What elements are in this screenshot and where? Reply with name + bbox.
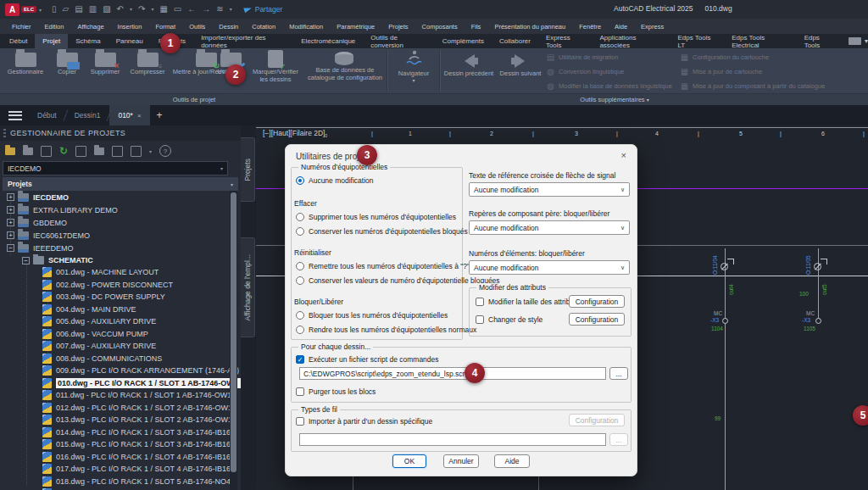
autocad-logo-icon[interactable]: A [5, 3, 19, 16]
menu-insertion[interactable]: Insertion [111, 23, 149, 31]
cancel-button[interactable]: Annuler [443, 454, 479, 468]
publish-icon[interactable] [131, 146, 142, 157]
migration-utility-item[interactable]: ▤ Utilitaire de migration [546, 50, 672, 64]
checkbox-import-drawing[interactable]: Importer à partir d'un dessin spécifique [296, 417, 432, 426]
navigator-button[interactable]: Navigateur ▾ [390, 49, 437, 85]
file-tab-debut[interactable]: Début [29, 105, 65, 125]
ribbon-tab-panneau[interactable]: Panneau [108, 34, 151, 48]
redo-caret-icon[interactable]: ▾ [151, 7, 153, 12]
tree-file-011[interactable]: 011.dwg - PLC I/O RACK 1 / SLOT 1 AB-174… [0, 389, 241, 402]
zip-project-button[interactable]: ≡ Compresser [125, 49, 170, 76]
menu-projets[interactable]: Projets [381, 23, 415, 31]
radio-reset-all[interactable]: Remettre tous les numéros d'équipotentie… [296, 262, 470, 270]
ribbon-tab-edps-electrical[interactable]: Edps Tools Electrical [724, 34, 796, 48]
checkbox-purge-blocks[interactable]: Purger tous les blocs [296, 387, 376, 396]
expand-icon[interactable]: + [7, 231, 14, 239]
new-tab-button[interactable]: + [150, 109, 170, 121]
file-tab-dessin1[interactable]: Dessin1 [66, 105, 109, 125]
ribbon-tab-edps[interactable]: Edps Tools [797, 34, 843, 48]
radio-keep-locked[interactable]: Conserver les numéros d'équipotentielles… [296, 227, 468, 236]
panel-title-bar[interactable]: GESTIONNAIRE DE PROJETS [0, 125, 241, 141]
tree-project-iec60617demo[interactable]: + IEC60617DEMO [0, 229, 241, 242]
tree-file-013[interactable]: 013.dwg - PLC I/O RACK 1 / SLOT 2 AB-174… [0, 414, 241, 426]
marine-icon[interactable]: ≋ [216, 5, 223, 14]
tree-project-iecdemo[interactable]: + IECDEMO [0, 191, 241, 203]
open-file-icon[interactable]: ▱ [63, 5, 70, 14]
project-image-icon[interactable] [41, 146, 52, 157]
checkbox-run-script[interactable]: ✓ Exécuter un fichier script de commande… [296, 355, 439, 364]
help-button[interactable]: Aide [494, 454, 530, 468]
tree-file-017[interactable]: 017.dwg - PLC I/O RACK 1 / SLOT 4 AB-174… [0, 463, 241, 476]
scrollbar-thumb[interactable] [231, 192, 236, 472]
language-database-item[interactable]: ◍ Modifier la base de données linguistiq… [546, 79, 672, 93]
project-manager-button[interactable]: Gestionnaire [2, 49, 49, 76]
expand-icon[interactable]: + [7, 206, 14, 214]
new-project-icon[interactable] [23, 148, 33, 155]
ribbon-tab-debut[interactable]: Début [2, 34, 35, 48]
radio-keep-values[interactable]: Conserver les valeurs de numéro d'équipo… [296, 276, 500, 285]
tree-file-010-selected[interactable]: 010.dwg - PLC I/O RACK 1 / SLOT 1 AB-174… [0, 377, 241, 390]
checkbox-change-style[interactable]: Changer de style [476, 315, 542, 324]
menu-aide[interactable]: Aide [608, 23, 634, 31]
tree-file-016[interactable]: 016.dwg - PLC I/O RACK 1 / SLOT 4 AB-174… [0, 451, 241, 464]
publish-caret-icon[interactable]: ▾ [149, 148, 152, 154]
menu-format[interactable]: Format [148, 23, 182, 31]
tree-file-004[interactable]: 004.dwg - MAIN DRIVE [0, 303, 241, 316]
ribbon-extra-icon[interactable] [849, 37, 861, 45]
save-icon[interactable]: ▤ [75, 5, 82, 14]
tree-file-001[interactable]: 001.dwg - MACHINE LAYOUT [0, 266, 241, 279]
ribbon-tab-express-tools[interactable]: Express Tools [538, 34, 592, 48]
ribbon-tab-applications[interactable]: Applications associées [592, 34, 670, 48]
back-icon[interactable]: ← [187, 5, 196, 14]
ribbon-tab-edps-lt[interactable]: Edps Tools LT [670, 34, 724, 48]
active-project-combo[interactable]: IECDEMO ▾ [3, 161, 228, 175]
panel-grip-icon[interactable] [3, 129, 6, 137]
file-tab-010-active[interactable]: 010* × [109, 105, 149, 125]
menu-fichier[interactable]: Fichier [5, 23, 38, 31]
palette-tab-affichage[interactable]: Affichage de l'empl... [241, 237, 255, 337]
redo-icon[interactable]: ↷ [138, 5, 145, 14]
project-folder-icon[interactable] [94, 148, 104, 155]
copy-settings-icon[interactable] [112, 146, 123, 157]
item-numbers-select[interactable]: Aucune modification ∨ [469, 260, 630, 275]
script-path-input[interactable]: C:\EDWGPROS\script\edps_zoom_etendu_lsp.… [299, 367, 606, 380]
mark-verify-button[interactable]: ✓ Marquer/Vérifier les dessins [249, 49, 302, 83]
collapse-icon[interactable]: − [7, 244, 14, 252]
refresh-icon[interactable]: ↻ [59, 146, 68, 156]
ribbon-tab-schema[interactable]: Schéma [68, 34, 108, 48]
ribbon-tab-import-export[interactable]: Importer/exporter des données [193, 34, 293, 48]
tree-file-007[interactable]: 007.dwg - AUXILIARY DRIVE [0, 340, 241, 353]
ribbon-extra-caret-icon[interactable]: ▾ [863, 34, 868, 48]
tree-file-014[interactable]: 014.dwg - PLC I/O RACK 1 / SLOT 3 AB-174… [0, 426, 241, 439]
menu-modification[interactable]: Modification [282, 23, 330, 31]
tree-file-008[interactable]: 008.dwg - COMMUNICATIONS [0, 353, 241, 365]
ribbon-tab-electromecanique[interactable]: Electromécanique [293, 34, 363, 48]
save-as-icon[interactable]: ▥ [89, 5, 97, 14]
config-style-button[interactable]: Configuration [569, 313, 625, 326]
parent-tags-select[interactable]: Aucune modification ∨ [469, 220, 630, 235]
new-file-icon[interactable]: ▯ [52, 5, 57, 14]
tree-file-002[interactable]: 002.dwg - POWER DISCONNECT [0, 279, 241, 292]
export-icon[interactable]: ▨ [103, 5, 110, 14]
file-tabs-menu-icon[interactable] [8, 111, 22, 120]
tree-file-009[interactable]: 009.dwg - PLC I/O RACK ARRANGEMENT (1746… [0, 365, 241, 377]
language-conversion-item[interactable]: ◍ Conversion linguistique [546, 64, 672, 79]
ribbon-tab-conversion[interactable]: Outils de conversion [363, 34, 434, 48]
print-icon[interactable]: ▦ [159, 5, 167, 14]
group-label-outils-supplementaires[interactable]: Outils supplémentaires ▾ [441, 96, 788, 103]
menu-affichage[interactable]: Affichage [70, 23, 110, 31]
radio-no-change[interactable]: Aucune modification [296, 176, 374, 185]
config-attr-size-button[interactable]: Configuration [569, 295, 625, 308]
tree-scrollbar[interactable] [230, 191, 237, 490]
undo-icon[interactable]: ↶ [117, 5, 124, 14]
projects-tree-header[interactable]: Projets ▾ [3, 177, 238, 191]
browse-script-button[interactable]: ... [609, 367, 628, 380]
copy-project-button[interactable]: Copier [49, 49, 85, 76]
tree-file-003[interactable]: 003.dwg - DC POWER SUPPLY [0, 291, 241, 303]
menu-fils[interactable]: Fils [465, 23, 488, 31]
tree-project-extra-library[interactable]: + EXTRA LIBRARY DEMO [0, 203, 241, 216]
palette-tab-projets[interactable]: Projets [241, 137, 255, 202]
task-list-icon[interactable] [75, 146, 86, 157]
menu-edition[interactable]: Edition [38, 23, 71, 31]
catalog-database-button[interactable]: Base de données de catalogue de configur… [302, 49, 388, 81]
